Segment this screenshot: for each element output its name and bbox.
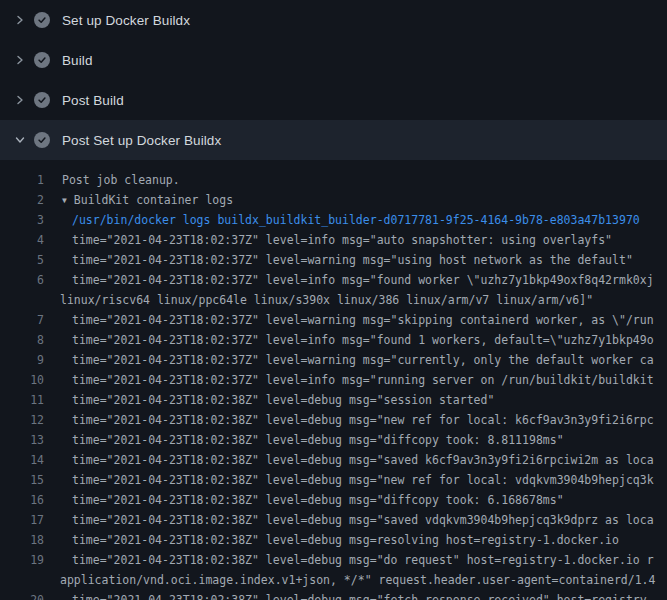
log-text-content: time="2021-04-23T18:02:38Z" level=debug … [72,593,654,600]
log-line: 19 ▼time="2021-04-23T18:02:38Z" level=de… [0,550,667,570]
log-text: ▼time="2021-04-23T18:02:37Z" level=warni… [44,350,654,370]
log-text-content: /usr/bin/docker logs buildx_buildkit_bui… [72,213,640,227]
log-text-content: BuildKit container logs [74,193,233,207]
chevron-right-icon [12,12,28,28]
log-line: 13 ▼time="2021-04-23T18:02:38Z" level=de… [0,430,667,450]
step-name: Build [62,53,93,68]
log-line: 15 ▼time="2021-04-23T18:02:38Z" level=de… [0,470,667,490]
log-line: 9 ▼time="2021-04-23T18:02:37Z" level=war… [0,350,667,370]
log-line: 12 ▼time="2021-04-23T18:02:38Z" level=de… [0,410,667,430]
log-text: ▼time="2021-04-23T18:02:37Z" level=info … [44,270,654,290]
log-text: ▼BuildKit container logs [44,190,233,210]
log-text-content: time="2021-04-23T18:02:37Z" level=warnin… [72,253,633,267]
line-number[interactable]: 11 [0,390,44,410]
line-number[interactable] [0,290,44,310]
line-number[interactable]: 8 [0,330,44,350]
log-line: 7 ▼time="2021-04-23T18:02:37Z" level=war… [0,310,667,330]
log-text-content: time="2021-04-23T18:02:38Z" level=debug … [72,453,654,467]
line-number[interactable]: 18 [0,530,44,550]
log-text-content: time="2021-04-23T18:02:38Z" level=debug … [72,493,564,507]
log-text-content: Post job cleanup. [62,173,180,187]
log-line: ▼application/vnd.oci.image.index.v1+json… [0,570,667,590]
log-text: ▼time="2021-04-23T18:02:38Z" level=debug… [44,390,494,410]
check-circle-icon [34,12,50,28]
log-text: ▼time="2021-04-23T18:02:38Z" level=debug… [44,450,654,470]
chevron-down-icon [12,132,28,148]
line-number[interactable]: 5 [0,250,44,270]
log-text: ▼time="2021-04-23T18:02:38Z" level=debug… [44,430,564,450]
step-name: Set up Docker Buildx [62,13,190,28]
line-number[interactable]: 9 [0,350,44,370]
log-text: ▼application/vnd.oci.image.index.v1+json… [44,570,655,590]
log-text-content: time="2021-04-23T18:02:37Z" level=info m… [72,373,654,387]
log-line: 4 ▼time="2021-04-23T18:02:37Z" level=inf… [0,230,667,250]
log-text: ▼time="2021-04-23T18:02:38Z" level=debug… [44,530,619,550]
check-circle-icon [34,52,50,68]
line-number[interactable]: 2 [0,190,44,210]
log-text-content: time="2021-04-23T18:02:38Z" level=debug … [72,393,494,407]
step-header-post-set-up-docker-buildx[interactable]: Post Set up Docker Buildx [0,120,667,160]
line-number[interactable]: 13 [0,430,44,450]
log-text-content: time="2021-04-23T18:02:37Z" level=info m… [72,233,612,247]
check-circle-icon [34,132,50,148]
log-text: ▼time="2021-04-23T18:02:37Z" level=info … [44,370,654,390]
log-text: ▼time="2021-04-23T18:02:38Z" level=debug… [44,490,564,510]
log-text-content: time="2021-04-23T18:02:38Z" level=debug … [72,533,619,547]
log-text: ▼time="2021-04-23T18:02:37Z" level=info … [44,330,654,350]
log-text: ▼/usr/bin/docker logs buildx_buildkit_bu… [44,210,640,230]
log-line: 10 ▼time="2021-04-23T18:02:37Z" level=in… [0,370,667,390]
line-number[interactable]: 6 [0,270,44,290]
log-text: ▼time="2021-04-23T18:02:38Z" level=debug… [44,590,654,600]
log-line[interactable]: 2 ▼BuildKit container logs [0,190,667,210]
log-line: 18 ▼time="2021-04-23T18:02:38Z" level=de… [0,530,667,550]
log-line: 14 ▼time="2021-04-23T18:02:38Z" level=de… [0,450,667,470]
log-text: ▼time="2021-04-23T18:02:38Z" level=debug… [44,550,654,570]
line-number[interactable]: 10 [0,370,44,390]
log-text-content: linux/riscv64 linux/ppc64le linux/s390x … [60,293,593,307]
log-text: ▼linux/riscv64 linux/ppc64le linux/s390x… [44,290,593,310]
line-number[interactable]: 14 [0,450,44,470]
log-text-content: time="2021-04-23T18:02:37Z" level=info m… [72,333,654,347]
step-header-set-up-docker-buildx[interactable]: Set up Docker Buildx [0,0,667,40]
log-text-content: time="2021-04-23T18:02:37Z" level=info m… [72,273,654,287]
line-number[interactable]: 19 [0,550,44,570]
line-number[interactable]: 15 [0,470,44,490]
line-number[interactable]: 3 [0,210,44,230]
log-text: ▼Post job cleanup. [44,170,180,190]
log-text: ▼time="2021-04-23T18:02:38Z" level=debug… [44,410,654,430]
line-number[interactable]: 7 [0,310,44,330]
log-lines: 1 ▼Post job cleanup. 2 ▼BuildKit contain… [0,160,667,600]
log-text: ▼time="2021-04-23T18:02:37Z" level=warni… [44,250,633,270]
log-text: ▼time="2021-04-23T18:02:38Z" level=debug… [44,510,654,530]
log-text: ▼time="2021-04-23T18:02:38Z" level=debug… [44,470,654,490]
log-text: ▼time="2021-04-23T18:02:37Z" level=warni… [44,310,654,330]
chevron-right-icon [12,52,28,68]
log-line: 16 ▼time="2021-04-23T18:02:38Z" level=de… [0,490,667,510]
line-number[interactable]: 17 [0,510,44,530]
log-text-content: time="2021-04-23T18:02:37Z" level=warnin… [72,353,654,367]
line-number[interactable]: 1 [0,170,44,190]
line-number[interactable] [0,570,44,590]
chevron-right-icon [12,92,28,108]
log-text: ▼time="2021-04-23T18:02:37Z" level=info … [44,230,612,250]
log-text-content: time="2021-04-23T18:02:38Z" level=debug … [72,553,654,567]
line-number[interactable]: 16 [0,490,44,510]
log-line: 5 ▼time="2021-04-23T18:02:37Z" level=war… [0,250,667,270]
log-line[interactable]: 3 ▼/usr/bin/docker logs buildx_buildkit_… [0,210,667,230]
log-line: 6 ▼time="2021-04-23T18:02:37Z" level=inf… [0,270,667,290]
group-caret-icon[interactable]: ▼ [62,191,67,211]
log-line: 11 ▼time="2021-04-23T18:02:38Z" level=de… [0,390,667,410]
log-text-content: time="2021-04-23T18:02:38Z" level=debug … [72,413,654,427]
line-number[interactable]: 20 [0,590,44,600]
step-name: Post Set up Docker Buildx [62,133,221,148]
check-circle-icon [34,92,50,108]
step-name: Post Build [62,93,124,108]
step-header-post-build[interactable]: Post Build [0,80,667,120]
log-text-content: time="2021-04-23T18:02:38Z" level=debug … [72,513,654,527]
log-line: 17 ▼time="2021-04-23T18:02:38Z" level=de… [0,510,667,530]
line-number[interactable]: 4 [0,230,44,250]
step-header-build[interactable]: Build [0,40,667,80]
log-line: 1 ▼Post job cleanup. [0,170,667,190]
log-text-content: time="2021-04-23T18:02:38Z" level=debug … [72,433,564,447]
line-number[interactable]: 12 [0,410,44,430]
